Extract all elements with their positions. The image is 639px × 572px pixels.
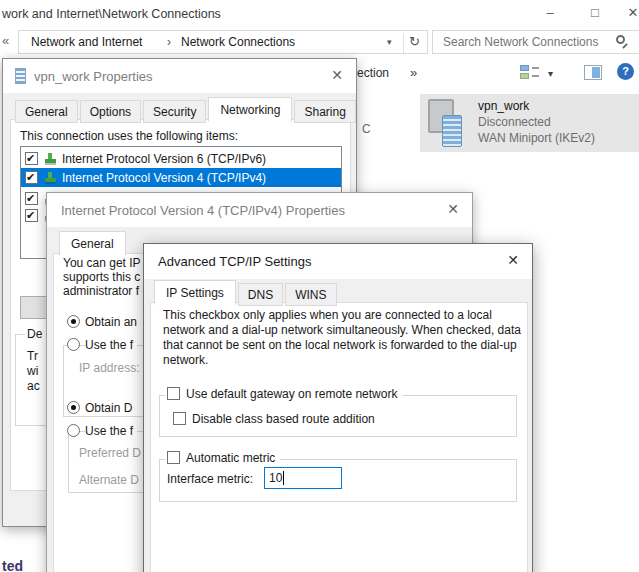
radio-use-ip[interactable] <box>67 338 80 351</box>
dialog3-tabs: IP SettingsDNSWINS <box>154 282 339 307</box>
view-tiles-icon-part <box>532 67 539 69</box>
checkbox-checked[interactable] <box>25 152 38 165</box>
list-item-ipv4-selected[interactable]: Internet Protocol Version 4 (TCP/IPv4) <box>21 168 341 187</box>
tab-networking[interactable]: Networking <box>208 97 292 122</box>
search-placeholder: Search Network Connections <box>443 35 598 49</box>
tab-dns[interactable]: DNS <box>238 283 283 306</box>
view-dropdown-icon[interactable]: ▾ <box>548 68 553 79</box>
adapter-icon <box>15 68 26 84</box>
explorer-titlebar: work and Internet\Network Connections – … <box>0 0 639 28</box>
tab-options[interactable]: Options <box>80 100 141 123</box>
description-line: that cannot be sent on the local network… <box>163 338 521 353</box>
tab-wins[interactable]: WINS <box>285 283 336 306</box>
protocol-icon <box>44 153 57 165</box>
refresh-icon[interactable]: ↻ <box>409 34 420 49</box>
radio-obtain-ip-label: Obtain an <box>85 315 137 329</box>
radio-obtain-dns-selected[interactable] <box>67 401 80 414</box>
tab-security[interactable]: Security <box>143 100 206 123</box>
breadcrumb[interactable]: Network and Internet › Network Connectio… <box>18 30 428 54</box>
preview-pane-icon[interactable] <box>584 65 602 80</box>
vpn-adapter-icon <box>428 97 470 149</box>
dialog1-title: vpn_work Properties <box>34 69 153 84</box>
dialog3-title: Advanced TCP/IP Settings <box>158 254 311 269</box>
description-fragment: ac <box>27 379 40 393</box>
address-dropdown-icon[interactable]: ▾ <box>387 37 392 47</box>
description-legend-fragment: De <box>25 327 47 341</box>
items-label: This connection uses the following items… <box>20 129 238 143</box>
use-default-gateway-label: Use default gateway on remote network <box>186 387 397 401</box>
preferred-dns-label: Preferred D <box>79 446 141 460</box>
radio-use-dns-label: Use the f <box>85 424 137 438</box>
address-bar-row: « Network and Internet › Network Connect… <box>0 28 639 56</box>
minimize-button[interactable]: – <box>535 5 565 20</box>
dialog1-tabs: GeneralOptionsSecurityNetworkingSharing <box>15 99 358 124</box>
help-icon[interactable]: ? <box>617 63 634 80</box>
maximize-button[interactable]: □ <box>580 5 610 20</box>
wan-device-icon <box>442 115 462 147</box>
tab-sharing[interactable]: Sharing <box>294 100 355 123</box>
bottom-text-fragment: ted <box>2 558 23 572</box>
intro-fragment: supports this c <box>63 270 140 284</box>
tab-ip-settings[interactable]: IP Settings <box>154 280 236 305</box>
alternate-dns-label: Alternate D <box>79 473 139 487</box>
disable-class-route-checkbox[interactable] <box>173 412 186 425</box>
intro-fragment: You can get IP <box>63 256 141 270</box>
automatic-metric-label: Automatic metric <box>186 451 275 465</box>
protocol-icon <box>44 172 57 184</box>
dialog2-tabs: General <box>59 233 128 258</box>
view-tiles-icon-part <box>520 65 529 71</box>
dialog2-title: Internet Protocol Version 4 (TCP/IPv4) P… <box>61 203 345 218</box>
view-tiles-icon[interactable] <box>520 65 539 80</box>
checkbox-description: This checkbox only applies when you are … <box>163 308 521 368</box>
list-item-label: Internet Protocol Version 6 (TCP/IPv6) <box>62 152 266 166</box>
dialog2-titlebar: Internet Protocol Version 4 (TCP/IPv4) P… <box>47 193 472 227</box>
radio-obtain-ip-selected[interactable] <box>67 315 80 328</box>
window-title: work and Internet\Network Connections <box>2 7 221 21</box>
dialog3-close-icon[interactable]: ✕ <box>507 252 519 268</box>
checkbox-unchecked[interactable] <box>167 387 180 400</box>
description-fragment: Tr <box>27 349 38 363</box>
connection-tile-vpn-work[interactable]: vpn_work Disconnected WAN Miniport (IKEv… <box>420 94 639 152</box>
automatic-metric-checkbox-row[interactable]: Automatic metric <box>165 451 280 465</box>
checkbox-checked[interactable] <box>25 192 38 205</box>
radio-use-ip-label: Use the f <box>85 338 137 352</box>
dialog3-titlebar: Advanced TCP/IP Settings ✕ <box>144 244 532 279</box>
hidden-tile-fragment: C <box>362 122 371 136</box>
interface-metric-label: Interface metric: <box>167 472 253 486</box>
dialog-advanced-tcpip-settings: Advanced TCP/IP Settings ✕ IP SettingsDN… <box>143 243 533 572</box>
toolbar-overflow-icon[interactable]: » <box>410 65 417 80</box>
use-default-gateway-checkbox-row[interactable]: Use default gateway on remote network <box>165 387 402 401</box>
toolbar-command-fragment[interactable]: ection <box>357 66 389 80</box>
preview-pane-icon-part <box>592 67 600 78</box>
ip-address-label: IP address: <box>79 361 139 375</box>
description-fragment: wi <box>27 364 38 378</box>
tab-general[interactable]: General <box>15 100 78 123</box>
list-item-ipv6[interactable]: Internet Protocol Version 6 (TCP/IPv6) <box>21 149 341 168</box>
tile-name: vpn_work <box>478 99 529 113</box>
dialog2-close-icon[interactable]: ✕ <box>447 201 459 217</box>
tile-device: WAN Miniport (IKEv2) <box>478 131 595 145</box>
breadcrumb-item-network-connections[interactable]: Network Connections <box>181 35 295 49</box>
description-line: network and a dial-up network simultaneo… <box>163 323 521 338</box>
tile-status: Disconnected <box>478 115 551 129</box>
description-line: network. <box>163 353 521 368</box>
interface-metric-input[interactable] <box>264 467 342 489</box>
list-item-label: Internet Protocol Version 4 (TCP/IPv4) <box>62 171 266 185</box>
dialog1-close-icon[interactable]: ✕ <box>331 67 343 83</box>
intro-fragment: administrator f <box>63 284 139 298</box>
close-button[interactable]: ✕ <box>618 5 639 20</box>
checkbox-unchecked[interactable] <box>167 451 180 464</box>
checkbox-checked[interactable] <box>25 209 38 222</box>
back-chevron-icon[interactable]: « <box>2 33 9 48</box>
search-icon[interactable] <box>616 35 625 44</box>
address-separator <box>403 33 404 53</box>
radio-obtain-dns-label: Obtain D <box>85 401 132 415</box>
search-input[interactable]: Search Network Connections <box>432 30 639 54</box>
dialog1-titlebar: vpn_work Properties ✕ <box>3 59 356 93</box>
view-tiles-icon-part <box>520 73 529 79</box>
tab-general[interactable]: General <box>59 231 126 256</box>
breadcrumb-item-network-and-internet[interactable]: Network and Internet <box>31 35 142 49</box>
checkbox-checked[interactable] <box>25 171 38 184</box>
text-caret <box>283 471 284 485</box>
radio-use-dns[interactable] <box>67 424 80 437</box>
